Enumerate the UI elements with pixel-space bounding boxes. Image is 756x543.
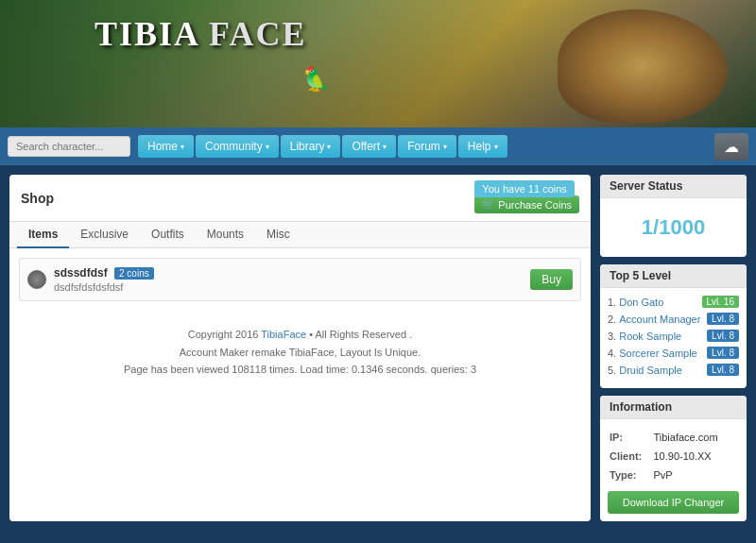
tab-exclusive[interactable]: Exclusive [69,222,140,248]
client-label: Client: [610,448,652,465]
item-name-row: sdssdfdsf 2 coins [54,266,154,280]
cloud-button[interactable]: ☁ [714,133,748,161]
server-status-body: 1/1000 [600,198,747,257]
info-row-ip: IP: Tibiaface.com [610,429,737,446]
footer-site-link[interactable]: TibiaFace [261,329,306,340]
top5-item-4: 4. Sorcerer Sample Lvl. 8 [608,347,739,359]
type-label: Type: [610,467,652,484]
chevron-down-icon: ▾ [443,143,447,151]
info-row-client: Client: 10.90-10.XX [610,448,737,465]
title-part2: FACE [209,15,306,53]
item-description: dsdfsfdsfdsfdsf [54,281,154,293]
rank-3: 3. [608,331,616,342]
nav-community[interactable]: Community ▾ [196,135,279,158]
player-4-link[interactable]: Sorcerer Sample [619,348,707,359]
client-value: 10.90-10.XX [654,448,738,465]
rank-4: 4. [608,348,616,359]
title-part1: TIBIA [94,15,198,53]
cart-icon: 🛒 [482,198,495,211]
right-sidebar: Server Status 1/1000 Top 5 Level 1. Don … [600,175,747,521]
item-icon [27,270,46,289]
shop-header: Shop You have 11 coins 🛒 Purchase Coins [9,175,591,222]
type-value: PvP [654,467,738,484]
server-status-value: 1/1000 [608,206,739,249]
top5-item-2: 2. Account Manager Lvl. 8 [608,313,739,325]
player-5-link[interactable]: Druid Sample [619,365,707,376]
information-body: IP: Tibiaface.com Client: 10.90-10.XX Ty… [600,419,747,521]
ip-value: Tibiaface.com [654,429,738,446]
shop-body: sdssdfdsf 2 coins dsdfsfdsfdsfdsf Buy [9,248,591,311]
top5-item-1: 1. Don Gato Lvl. 16 [608,296,739,308]
chevron-down-icon: ▾ [180,143,184,151]
footer-line1: Copyright 2016 TibiaFace • All Rights Re… [19,326,581,344]
chevron-down-icon: ▾ [266,143,269,151]
chevron-down-icon: ▾ [494,143,498,151]
tab-items[interactable]: Items [17,222,69,248]
site-title: TIBIA FACE [94,14,306,54]
top5-item-3: 3. Rook Sample Lvl. 8 [608,330,739,342]
shop-item: sdssdfdsf 2 coins dsdfsfdsfdsfdsf Buy [19,258,581,301]
item-info: sdssdfdsf 2 coins dsdfsfdsfdsfdsf [54,266,154,293]
bird-decoration: 🦜 [302,66,331,93]
player-3-link[interactable]: Rook Sample [619,331,707,342]
info-table: IP: Tibiaface.com Client: 10.90-10.XX Ty… [608,427,739,485]
coins-badge: You have 11 coins [474,180,575,197]
ip-label: IP: [610,429,652,446]
rank-1: 1. [608,297,616,308]
nav-help[interactable]: Help ▾ [458,135,507,158]
player-2-link[interactable]: Account Manager [619,314,707,325]
footer-line2: Account Maker remake TibiaFace, Layout I… [19,344,581,362]
nav-library[interactable]: Library ▾ [281,135,341,158]
item-left: sdssdfdsf 2 coins dsdfsfdsfdsfdsf [27,266,154,293]
chevron-down-icon: ▾ [383,143,387,151]
search-input[interactable] [8,136,130,157]
footer-line3: Page has been viewed 108118 times. Load … [19,361,581,379]
purchase-coins-button[interactable]: 🛒 Purchase Coins [474,195,579,213]
tab-outfits[interactable]: Outfits [140,222,196,248]
level-badge-5: Lvl. 8 [707,364,739,376]
tab-mounts[interactable]: Mounts [196,222,255,248]
download-ip-changer-button[interactable]: Download IP Changer [608,491,739,514]
footer-text: Copyright 2016 TibiaFace • All Rights Re… [9,311,591,388]
shop-title: Shop [21,191,54,206]
level-badge-3: Lvl. 8 [707,330,739,342]
shop-coins-area: You have 11 coins 🛒 Purchase Coins [474,182,579,213]
nav-offert[interactable]: Offert ▾ [342,135,396,158]
level-badge-2: Lvl. 8 [707,313,739,325]
nav-forum[interactable]: Forum ▾ [398,135,456,158]
rank-2: 2. [608,314,616,325]
information-card: Information IP: Tibiaface.com Client: 10… [600,396,747,521]
navbar: Home ▾ Community ▾ Library ▾ Offert ▾ Fo… [0,127,756,165]
information-title: Information [600,396,747,419]
top5-body: 1. Don Gato Lvl. 16 2. Account Manager L… [600,288,747,388]
header-banner: TIBIA FACE 🦜 [0,0,756,127]
player-1-link[interactable]: Don Gato [619,297,701,308]
top5-item-5: 5. Druid Sample Lvl. 8 [608,364,739,376]
level-badge-1: Lvl. 16 [702,296,739,308]
info-row-type: Type: PvP [610,467,737,484]
top5-title: Top 5 Level [600,264,747,288]
item-name: sdssdfdsf [54,266,108,280]
nav-home[interactable]: Home ▾ [138,135,194,158]
shop-tabs: Items Exclusive Outfits Mounts Misc [9,222,591,248]
server-status-card: Server Status 1/1000 [600,175,747,257]
rank-5: 5. [608,365,616,376]
server-status-title: Server Status [600,175,747,198]
chevron-down-icon: ▾ [327,143,331,151]
buy-button[interactable]: Buy [530,269,573,290]
shop-panel: Shop You have 11 coins 🛒 Purchase Coins … [9,175,591,521]
item-coins: 2 coins [114,267,154,280]
level-badge-4: Lvl. 8 [707,347,739,359]
tab-misc[interactable]: Misc [255,222,301,248]
top5-card: Top 5 Level 1. Don Gato Lvl. 16 2. Accou… [600,264,747,388]
main-content: Shop You have 11 coins 🛒 Purchase Coins … [0,165,756,531]
